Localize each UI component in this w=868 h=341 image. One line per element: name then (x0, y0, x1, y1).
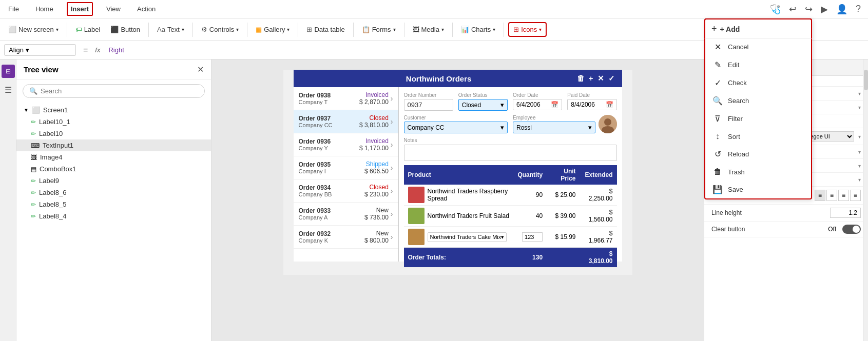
tree-item-label: Label10 (39, 130, 63, 137)
icons-save-item[interactable]: 💾 Save (705, 180, 811, 198)
icons-trash-item[interactable]: 🗑 Trash (705, 163, 811, 180)
tree-item-label: Label8_4 (39, 212, 67, 220)
icons-button[interactable]: ⊞ Icons ▾ (508, 22, 547, 37)
text-button[interactable]: Aa Text ▾ (153, 23, 188, 36)
tree-item-image4[interactable]: 🖼 Image4 (16, 151, 211, 163)
cancel-icon: ✕ (712, 42, 723, 52)
nw-header: Northwind Orders 🗑 + ✕ ✓ (294, 70, 622, 87)
font-chevron-icon: ▾ (858, 134, 861, 139)
nw-check-icon[interactable]: ✓ (608, 74, 615, 83)
tree-arrow-icon: ▼ (24, 107, 29, 113)
order-item-0934[interactable]: Order 0934 Company BB Closed $ 230.00 › (294, 179, 398, 203)
menu-action[interactable]: Action (134, 3, 159, 15)
nw-close-icon[interactable]: ✕ (597, 74, 604, 83)
order-item-0932[interactable]: Order 0932 Company K New $ 800.00 › (294, 226, 398, 249)
icons-add-button[interactable]: + + Add (711, 24, 740, 34)
tree-item-label8-4[interactable]: ✏ Label8_4 (16, 210, 211, 222)
media-button[interactable]: 🖼 Media ▾ (409, 23, 448, 36)
col-product: Product (404, 165, 514, 185)
col-unit-price: Unit Price (547, 165, 580, 185)
calendar-icon[interactable]: 📅 (551, 101, 558, 108)
order-item-0933[interactable]: Order 0933 Company A New $ 736.00 › (294, 203, 398, 226)
tree-item-label8-5[interactable]: ✏ Label8_5 (16, 198, 211, 210)
layers-icon[interactable]: ⊟ (2, 65, 15, 78)
nw-trash-icon[interactable]: 🗑 (577, 74, 585, 83)
help-icon[interactable]: ? (854, 2, 863, 16)
icons-cancel-item[interactable]: ✕ Cancel (705, 38, 811, 56)
gallery-button[interactable]: ▦ Gallery ▾ (252, 23, 294, 36)
qty-input[interactable] (522, 232, 543, 242)
toolbar-separator-7 (404, 23, 404, 37)
icons-filter-item[interactable]: ⊽ Filter (705, 110, 811, 128)
detail-row-2: Customer Company CC ▾ Employee (404, 115, 617, 133)
media-chevron-icon: ▾ (441, 27, 444, 32)
clear-button-toggle[interactable] (842, 225, 861, 234)
paid-date-field: Paid Date 8/4/2006 📅 (567, 92, 616, 111)
menu-insert[interactable]: Insert (67, 2, 93, 16)
tree-search-input[interactable] (41, 87, 198, 95)
data-table-button[interactable]: ⊞ Data table (302, 23, 349, 36)
tree-item-label8-6[interactable]: ✏ Label8_6 (16, 187, 211, 198)
icons-search-item[interactable]: 🔍 Search (705, 92, 811, 110)
align-justify-button[interactable]: ≡ (850, 190, 861, 201)
nw-add-icon[interactable]: + (589, 74, 593, 83)
tree-item-combobox1[interactable]: ▤ ComboBox1 (16, 163, 211, 175)
plus-icon: + (711, 24, 717, 34)
forms-button[interactable]: 📋 Forms ▾ (358, 23, 400, 36)
totals-row: Order Totals: 130 $ 3,810.00 (404, 248, 617, 268)
tree-item-screen1[interactable]: ▼ ⬜ Screen1 (16, 104, 211, 116)
menu-file[interactable]: File (5, 3, 22, 15)
scrollbar-thumb (864, 70, 868, 90)
hamburger-icon[interactable]: ☰ (2, 83, 15, 96)
tree-view-search-area: 🔍 (16, 80, 211, 102)
product-dropdown[interactable]: Northwind Traders Cake Mix ▾ (428, 232, 507, 242)
play-icon[interactable]: ▶ (819, 2, 830, 17)
align-left-button[interactable]: ≡ (815, 190, 825, 201)
icons-check-item[interactable]: ✓ Check (705, 74, 811, 92)
right-panel-scrollbar[interactable] (863, 59, 868, 341)
tree-item-label10-1[interactable]: ✏ Label10_1 (16, 116, 211, 128)
icons-dropdown-header: + + Add (704, 18, 812, 39)
charts-button[interactable]: 📊 Charts ▾ (457, 23, 499, 36)
icons-edit-item[interactable]: ✎ Edit (705, 56, 811, 74)
button-button[interactable]: ⬛ Button (106, 23, 144, 36)
order-item-0936[interactable]: Order 0936 Company Y Invoiced $ 1,170.00… (294, 133, 398, 156)
product-dropdown-icon: ▾ (501, 234, 504, 240)
tree-item-label9[interactable]: ✏ Label9 (16, 175, 211, 187)
order-item-0937[interactable]: Order 0937 Company CC Closed $ 3,810.00 … (294, 110, 398, 133)
toolbar-separator-2 (148, 23, 149, 37)
canvas-area: Northwind Orders 🗑 + ✕ ✓ (211, 59, 704, 341)
tree-item-textinput1[interactable]: ⌨ TextInput1 (16, 139, 211, 151)
calendar-paid-icon[interactable]: 📅 (606, 101, 613, 108)
menu-view[interactable]: View (103, 3, 124, 15)
formula-dropdown[interactable]: Align ▾ (4, 44, 76, 56)
tree-view-close-button[interactable]: ✕ (197, 65, 204, 74)
notes-field[interactable] (404, 145, 617, 161)
label-icon: ✏ (31, 177, 36, 185)
icons-sort-item[interactable]: ↕ Sort (705, 128, 811, 145)
undo-icon[interactable]: ↩ (787, 2, 799, 17)
controls-button[interactable]: ⚙ Controls ▾ (197, 23, 243, 36)
edit-icon: ✎ (712, 60, 723, 70)
order-item-0935[interactable]: Order 0935 Company I Shipped $ 606.50 › (294, 156, 398, 179)
menu-home[interactable]: Home (32, 3, 56, 15)
product-image (408, 229, 425, 245)
icons-reload-item[interactable]: ↺ Reload (705, 145, 811, 163)
redo-icon[interactable]: ↪ (803, 2, 815, 17)
forms-chevron-icon: ▾ (393, 27, 396, 32)
align-right-button[interactable]: ≡ (838, 190, 849, 201)
order-item-0938[interactable]: Order 0938 Company T Invoiced $ 2,870.00… (294, 87, 398, 110)
user-icon[interactable]: 👤 (834, 2, 850, 17)
col-quantity: Quantity (513, 165, 547, 185)
label-button[interactable]: 🏷 Label (71, 23, 105, 36)
text-icon: Aa (157, 26, 165, 33)
prop-default-chevron-icon: ▾ (858, 91, 861, 96)
employee-dropdown-icon: ▾ (588, 124, 592, 131)
new-screen-button[interactable]: ⬜ New screen ▾ (4, 23, 63, 36)
product-row-2: Northwind Traders Fruit Salad 40 $ 39.00… (404, 206, 617, 227)
tree-item-label10[interactable]: ✏ Label10 (16, 128, 211, 139)
tree-item-label: Screen1 (43, 106, 68, 114)
line-height-input[interactable] (830, 208, 861, 218)
stethoscope-icon[interactable]: 🩺 (767, 2, 783, 17)
align-center-button[interactable]: ≡ (826, 190, 837, 201)
